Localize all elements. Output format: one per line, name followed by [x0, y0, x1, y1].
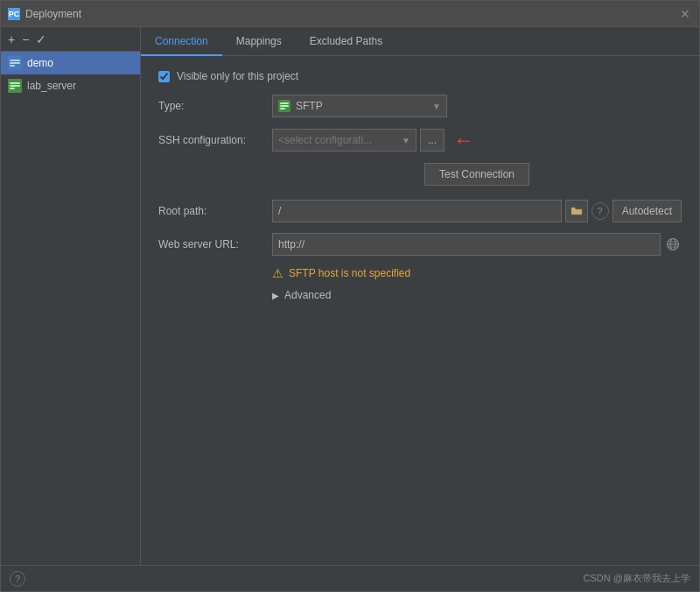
- connection-tab-content: Visible only for this project Type: SFTP: [141, 56, 699, 565]
- check-button[interactable]: ✓: [34, 33, 48, 46]
- sidebar-item-demo-label: demo: [27, 57, 53, 69]
- type-dropdown[interactable]: SFTP ▼: [272, 95, 447, 117]
- deployment-dialog: PC Deployment ✕ + − ✓: [0, 0, 700, 592]
- tab-excluded-paths[interactable]: Excluded Paths: [296, 28, 396, 56]
- root-path-row: Root path: ? Autodetect: [158, 200, 682, 222]
- root-path-browse-button[interactable]: [565, 200, 588, 222]
- right-panel: Connection Mappings Excluded Paths Visib…: [141, 27, 699, 565]
- warning-text: SFTP host is not specified: [289, 267, 410, 279]
- ssh-config-placeholder: <select configurati...: [278, 134, 402, 146]
- advanced-label: Advanced: [284, 289, 331, 301]
- globe-icon: [666, 237, 680, 251]
- tab-bar: Connection Mappings Excluded Paths: [141, 27, 699, 56]
- svg-rect-7: [10, 88, 15, 89]
- close-button[interactable]: ✕: [678, 7, 692, 21]
- web-url-open-button[interactable]: [664, 236, 682, 253]
- sidebar-item-demo[interactable]: demo: [1, 52, 140, 74]
- test-connection-button[interactable]: Test Connection: [424, 163, 529, 186]
- ssh-config-controls: <select configurati... ▼ ... ←: [272, 128, 474, 152]
- add-server-button[interactable]: +: [6, 33, 17, 46]
- type-value: SFTP: [296, 100, 441, 112]
- type-row: Type: SFTP ▼: [158, 95, 682, 117]
- root-path-input[interactable]: [272, 200, 562, 222]
- ssh-config-dropdown[interactable]: <select configurati... ▼: [272, 129, 416, 152]
- web-server-url-input[interactable]: [272, 233, 661, 256]
- bottom-bar: ? CSDN @麻衣带我去上学: [1, 565, 699, 591]
- svg-rect-5: [10, 82, 20, 84]
- title-bar: PC Deployment ✕: [1, 1, 699, 27]
- type-label: Type:: [158, 100, 272, 112]
- ssh-config-browse-button[interactable]: ...: [420, 129, 444, 152]
- web-server-url-row: Web server URL:: [158, 233, 682, 256]
- svg-rect-6: [10, 85, 20, 87]
- test-connection-row: Test Connection: [272, 163, 682, 186]
- remove-server-button[interactable]: −: [20, 33, 31, 46]
- lab-server-icon: [8, 79, 22, 93]
- sidebar-item-lab-server[interactable]: lab_server: [1, 74, 140, 97]
- svg-rect-1: [10, 60, 20, 61]
- svg-rect-9: [280, 102, 289, 104]
- autodetect-button[interactable]: Autodetect: [612, 200, 682, 222]
- type-dropdown-arrow: ▼: [432, 102, 441, 111]
- svg-rect-10: [280, 105, 289, 107]
- warning-icon: ⚠: [272, 266, 284, 280]
- web-server-url-label: Web server URL:: [158, 238, 272, 250]
- main-content: + − ✓ demo: [1, 27, 699, 565]
- sidebar-item-lab-server-label: lab_server: [27, 80, 76, 92]
- ssh-config-label: SSH configuration:: [158, 134, 272, 146]
- svg-rect-3: [10, 65, 15, 67]
- sidebar-toolbar: + − ✓: [1, 27, 140, 52]
- sidebar: + − ✓ demo: [1, 27, 141, 565]
- root-path-label: Root path:: [158, 205, 272, 217]
- tab-connection[interactable]: Connection: [141, 28, 222, 56]
- advanced-section[interactable]: ▶ Advanced: [272, 289, 682, 301]
- app-icon: PC: [8, 8, 20, 20]
- advanced-toggle-arrow: ▶: [272, 291, 279, 300]
- folder-icon: [570, 206, 583, 216]
- warning-row: ⚠ SFTP host is not specified: [272, 266, 682, 280]
- visible-only-row: Visible only for this project: [158, 70, 682, 82]
- sftp-server-icon: [278, 100, 290, 112]
- tab-mappings[interactable]: Mappings: [222, 28, 296, 56]
- svg-rect-11: [280, 108, 285, 109]
- help-button[interactable]: ?: [10, 571, 25, 587]
- red-arrow-annotation: ←: [453, 128, 474, 152]
- visible-only-checkbox[interactable]: [158, 71, 170, 82]
- ssh-config-row: SSH configuration: <select configurati..…: [158, 128, 682, 152]
- visible-only-label: Visible only for this project: [177, 70, 298, 82]
- ssh-config-arrow: ▼: [402, 136, 410, 145]
- title-bar-left: PC Deployment: [8, 8, 81, 20]
- svg-rect-2: [10, 62, 20, 64]
- watermark-text: CSDN @麻衣带我去上学: [584, 572, 690, 585]
- window-title: Deployment: [25, 8, 81, 20]
- web-url-controls: [272, 233, 682, 256]
- demo-server-icon: [8, 56, 22, 70]
- root-path-controls: ? Autodetect: [272, 200, 682, 222]
- root-path-help-button[interactable]: ?: [592, 202, 609, 220]
